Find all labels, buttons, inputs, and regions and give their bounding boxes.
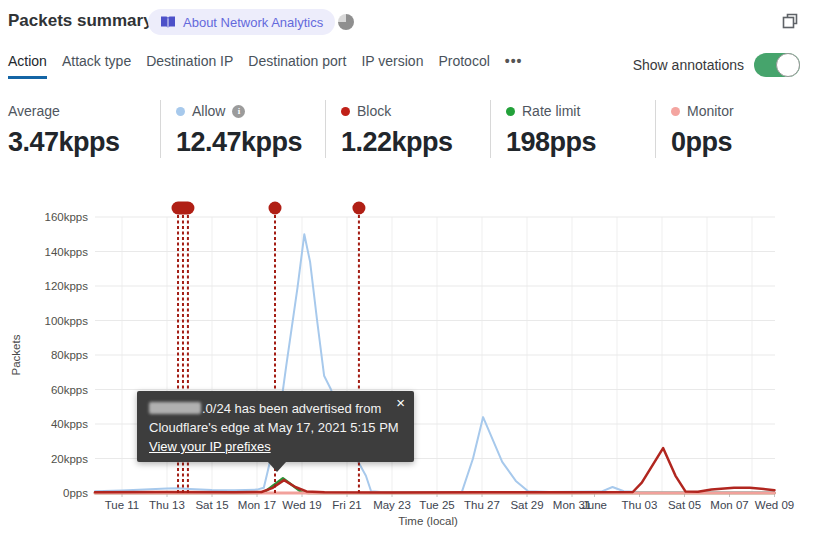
x-axis-title: Time (local) [398,515,458,527]
tooltip-line-1: .0/24 has been advertised from [149,399,402,418]
y-axis-tick-label: 160kpps [45,211,89,223]
y-axis-tick-label: 120kpps [45,280,89,292]
x-axis-tick-label: Wed 09 [755,499,794,511]
y-axis-tick-label: 100kpps [45,315,89,327]
tooltip-close-icon[interactable]: × [396,393,405,412]
annotation-dot-cluster[interactable] [172,202,195,215]
tooltip-arrow [268,462,286,472]
x-axis-tick-label: Thu 13 [149,499,185,511]
y-axis-tick-label: 80kpps [51,349,88,361]
x-axis-tick-label: Sat 15 [195,499,228,511]
x-axis-tick-label: Wed 19 [282,499,321,511]
annotation-dot[interactable] [352,202,365,215]
y-axis-title: Packets [10,334,22,375]
x-axis-tick-label: Sat 05 [668,499,701,511]
x-axis-tick-label: May 23 [373,499,411,511]
packets-time-series-chart: 0pps20kpps40kpps60kpps80kpps100kpps120kp… [0,0,816,545]
rate-limit-line [95,478,775,493]
y-axis-tick-label: 40kpps [51,418,88,430]
x-axis-tick-label: Tue 11 [105,499,140,511]
y-axis-tick-label: 0pps [63,487,88,499]
x-axis-tick-label: Tue 25 [419,499,454,511]
annotation-tooltip: .0/24 has been advertised from Cloudflar… [137,391,414,462]
x-axis-tick-label: Thu 27 [464,499,500,511]
y-axis-tick-label: 60kpps [51,384,88,396]
x-axis-tick-label: June [582,499,607,511]
annotation-dot[interactable] [269,202,282,215]
x-axis-tick-label: Thu 03 [622,499,658,511]
redacted-ip-prefix [149,402,201,414]
y-axis-tick-label: 20kpps [51,453,88,465]
tooltip-line-2: Cloudflare's edge at May 17, 2021 5:15 P… [149,418,402,437]
network-analytics-panel: Packets summary About Network Analytics … [0,0,816,545]
x-axis-tick-label: Mon 17 [238,499,276,511]
x-axis-tick-label: Mon 07 [710,499,748,511]
view-ip-prefixes-link[interactable]: View your IP prefixes [149,439,271,454]
y-axis-tick-label: 140kpps [45,246,89,258]
x-axis-tick-label: Sat 29 [510,499,543,511]
x-axis-tick-label: Fri 21 [332,499,361,511]
